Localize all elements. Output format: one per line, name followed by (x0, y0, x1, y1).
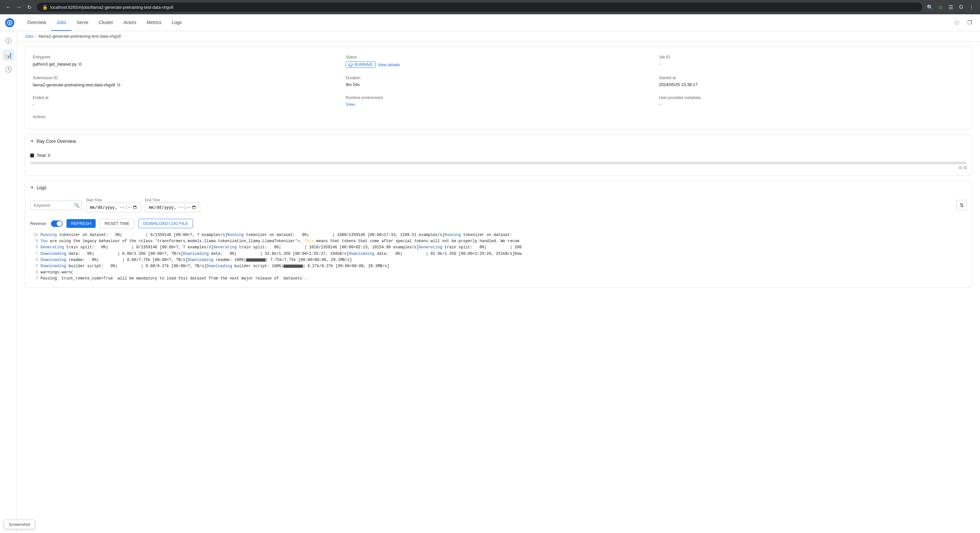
submission-id-copy-icon[interactable]: ⧉ (117, 82, 120, 88)
user-metadata-label: User-provided metadata (659, 96, 964, 100)
app-logo (5, 18, 14, 27)
sort-button[interactable]: ⇅ (956, 200, 967, 210)
sidebar: ⓘ 📊 🕐 (0, 31, 17, 533)
start-time-input[interactable] (86, 203, 141, 212)
end-time-input[interactable] (145, 203, 200, 212)
logs-section: ▼ Logs 🔍 Start Time End Time (25, 181, 972, 287)
theme-toggle-button[interactable]: □ (951, 18, 962, 28)
log-line: 9 You are using the legacy behaviour of … (30, 238, 967, 244)
log-line: 6 Downloading readme: 0%| | 0.00/7.75k [… (30, 257, 967, 263)
submission-id-value: llama2-generate-pretraining-test-data-vh… (33, 82, 338, 88)
main-content: Jobs / llama2-generate-pretraining-test-… (17, 31, 980, 533)
breadcrumb-jobs-link[interactable]: Jobs (25, 34, 33, 38)
forward-button[interactable]: → (14, 3, 23, 12)
reset-time-button[interactable]: RESET TIME (100, 219, 135, 228)
status-value: RUNNING View details (346, 61, 651, 68)
sidebar-clock-icon[interactable]: 🕐 (3, 64, 14, 75)
actions-label: Actions (33, 115, 964, 119)
log-line: 8 Generating train split: 0%| | 0/135914… (30, 244, 967, 251)
job-fields: Entrypoint python3 get_dataset.py ⧉ Stat… (33, 55, 964, 107)
top-nav: Overview Jobs Serve Cluster Actors Metri… (0, 14, 980, 31)
ray-core-body: Total: 0 0 / 0 (25, 148, 972, 175)
search-browser-button[interactable]: 🔍 (926, 3, 935, 12)
nav-metrics[interactable]: Metrics (142, 14, 167, 31)
entrypoint-copy-icon[interactable]: ⧉ (78, 61, 82, 67)
toggle-knob (57, 221, 62, 226)
log-line: 5 Downloading builder script: 0%| | 0.00… (30, 263, 967, 270)
profile-button[interactable]: G (957, 3, 966, 12)
job-id-value: - (659, 61, 964, 66)
job-id-label: Job ID (659, 55, 964, 59)
keyword-search-icon: 🔍 (74, 203, 80, 208)
status-spinner (348, 63, 353, 67)
ended-at-label: Ended at (33, 96, 338, 100)
url-text: localhost:8265/#/jobs/llama2-generate-pr… (50, 5, 173, 10)
log-line: 4 warnings.warn( (30, 270, 967, 276)
screenshot-tooltip: Screenshot (4, 520, 35, 529)
entrypoint-label: Entrypoint (33, 55, 338, 59)
reverse-row: Reverse: REFRESH RESET TIME DOWNLOAD LOG… (25, 216, 972, 232)
started-at-label: Started at (659, 76, 964, 80)
reverse-toggle[interactable] (51, 220, 63, 227)
nav-overview[interactable]: Overview (22, 14, 51, 31)
breadcrumb-current-page: llama2-generate-pretraining-test-data-vh… (38, 34, 121, 38)
started-at-value: 2024/05/25 13:38:17 (659, 82, 964, 87)
log-line: 7 Downloading data: 0%| | 0.00/1.35G [00… (30, 251, 967, 257)
address-bar[interactable]: 🔒 localhost:8265/#/jobs/llama2-generate-… (37, 3, 922, 12)
log-area: 10 Running tokenizer on dataset: 0%| | 0… (25, 232, 972, 287)
submission-id-field: Submission ID llama2-generate-pretrainin… (33, 76, 338, 88)
logs-chevron-icon: ▼ (30, 185, 34, 190)
status-field: Status RUNNING View details (346, 55, 651, 68)
start-time-label: Start Time (86, 198, 141, 202)
refresh-button[interactable]: REFRESH (67, 219, 95, 228)
status-badge: RUNNING (346, 61, 375, 68)
duration-value: 8m 54s (346, 82, 651, 87)
user-metadata-field: User-provided metadata - (659, 96, 964, 107)
runtime-env-label: Runtime environment (346, 96, 651, 100)
browser-actions: 🔍 ☆ ☰ G ⋮ (926, 3, 976, 12)
job-id-field: Job ID - (659, 55, 964, 68)
content-area: ⓘ 📊 🕐 Jobs / llama2-generate-pretraining… (0, 31, 980, 533)
fullscreen-button[interactable]: ❐ (964, 18, 975, 28)
started-at-field: Started at 2024/05/25 13:38:17 (659, 76, 964, 88)
start-time-wrap: Start Time (86, 198, 141, 212)
duration-field: Duration 8m 54s (346, 76, 651, 88)
logs-controls: 🔍 Start Time End Time ⇅ (25, 194, 972, 216)
lock-icon: 🔒 (42, 5, 48, 10)
runtime-env-link[interactable]: View (346, 102, 355, 107)
end-time-wrap: End Time (145, 198, 200, 212)
more-button[interactable]: ⋮ (967, 3, 976, 12)
nav-logs[interactable]: Logs (167, 14, 187, 31)
actions-row: Actions (33, 115, 964, 119)
ray-core-progress-label: 0 / 0 (30, 166, 967, 170)
duration-label: Duration (346, 76, 651, 80)
end-time-label: End Time (145, 198, 200, 202)
nav-cluster[interactable]: Cluster (94, 14, 118, 31)
ray-core-section: ▼ Ray Core Overview Total: 0 0 / 0 (25, 134, 972, 176)
nav-items: Overview Jobs Serve Cluster Actors Metri… (22, 14, 187, 31)
total-dot (30, 153, 34, 158)
nav-actors[interactable]: Actors (118, 14, 142, 31)
back-button[interactable]: ← (4, 3, 13, 12)
ray-core-total: Total: 0 (30, 153, 967, 158)
entrypoint-field: Entrypoint python3 get_dataset.py ⧉ (33, 55, 338, 68)
sidebar-info-icon[interactable]: ⓘ (3, 35, 14, 47)
nav-jobs[interactable]: Jobs (51, 14, 72, 31)
nav-serve[interactable]: Serve (72, 14, 94, 31)
extensions-button[interactable]: ☰ (946, 3, 955, 12)
breadcrumb-separator: / (35, 34, 37, 38)
keyword-input-wrap: 🔍 (30, 201, 82, 210)
download-log-button[interactable]: DOWNLOAD LOG FILE (138, 219, 193, 228)
ray-core-section-header[interactable]: ▼ Ray Core Overview (25, 135, 972, 148)
reload-button[interactable]: ↻ (25, 3, 34, 12)
sidebar-chart-icon[interactable]: 📊 (3, 49, 14, 61)
logs-section-header[interactable]: ▼ Logs (25, 181, 972, 194)
bookmark-button[interactable]: ☆ (936, 3, 945, 12)
nav-right-icons: □ ❐ (951, 18, 975, 28)
view-details-link[interactable]: View details (377, 62, 400, 67)
log-line: 3 Passing `trust_remote_code=True` will … (30, 276, 967, 282)
user-metadata-value: - (659, 102, 964, 107)
ray-core-progress-bar (30, 162, 967, 164)
logo-icon (5, 18, 14, 27)
reverse-label: Reverse: (30, 221, 47, 226)
